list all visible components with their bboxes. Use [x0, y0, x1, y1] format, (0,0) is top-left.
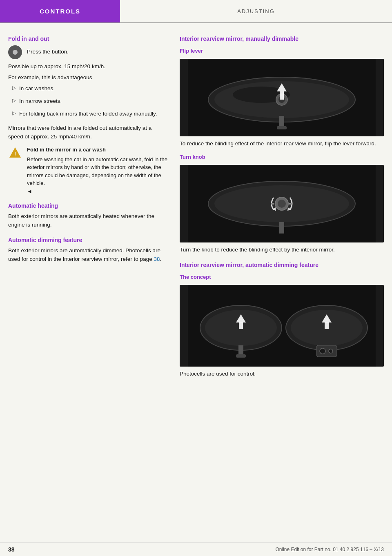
- fold-button-text: Press the button.: [27, 45, 69, 56]
- page-header: CONTROLS ADJUSTING: [0, 0, 392, 23]
- list-arrow-1: ▷: [12, 85, 16, 91]
- concept-image: [180, 285, 384, 367]
- page-footer: 38 Online Edition for Part no. 01 40 2 9…: [0, 543, 392, 556]
- list-text-1: In car washes.: [19, 85, 55, 93]
- flip-lever-title: Flip lever: [180, 48, 384, 54]
- list-text-2: In narrow streets.: [19, 97, 62, 106]
- fold-p3: Mirrors that were folded in are folded o…: [8, 124, 167, 141]
- controls-label: CONTROLS: [40, 8, 80, 15]
- flip-lever-image: [180, 59, 384, 136]
- flip-lever-text: To reduce the blinding effect of the int…: [180, 140, 384, 148]
- fold-p1: Possible up to approx. 15 mph/20 km/h.: [8, 62, 167, 71]
- page-number: 38: [8, 546, 15, 553]
- concept-text: Photocells are used for control:: [180, 370, 384, 378]
- auto-heat-title: Automatic heating: [8, 202, 167, 209]
- fold-title: Fold in and out: [8, 36, 167, 42]
- svg-point-16: [278, 200, 286, 208]
- svg-rect-20: [271, 203, 274, 205]
- svg-rect-9: [280, 91, 284, 100]
- fold-p2: For example, this is advantageous: [8, 73, 167, 82]
- svg-point-32: [320, 348, 325, 354]
- adjusting-label: ADJUSTING: [120, 0, 392, 22]
- turn-knob-text: Turn the knob to reduce the blinding eff…: [180, 246, 384, 254]
- svg-rect-19: [279, 222, 284, 234]
- main-content: Fold in and out Press the button. Possib…: [0, 23, 392, 389]
- warning-text: Before washing the car in an automatic c…: [27, 156, 167, 187]
- list-item: ▷ In car washes.: [8, 85, 167, 96]
- turn-knob-title: Turn knob: [180, 154, 384, 160]
- warning-title: Fold in the mirror in a car wash: [27, 146, 167, 154]
- list-item: ▷ In narrow streets.: [8, 97, 167, 108]
- fold-button-icon[interactable]: [8, 45, 22, 59]
- warning-box: ! Fold in the mirror in a car wash Befor…: [8, 146, 167, 195]
- auto-dim-text: Both exterior mirrors are automatically …: [8, 247, 167, 264]
- svg-rect-35: [325, 322, 329, 329]
- svg-point-33: [329, 349, 333, 353]
- footer-text: Online Edition for Part no. 01 40 2 925 …: [275, 547, 384, 552]
- svg-rect-11: [277, 126, 287, 129]
- svg-text:!: !: [14, 151, 16, 158]
- auto-dim-title: Automatic dimming feature: [8, 237, 167, 243]
- warning-icon: !: [8, 146, 22, 160]
- list-text-3: For folding back mirrors that were folde…: [19, 110, 157, 118]
- fold-button-inner: [13, 50, 18, 55]
- list-item: ▷ For folding back mirrors that were fol…: [8, 110, 167, 121]
- turn-knob-image: [180, 165, 384, 242]
- svg-rect-21: [289, 203, 292, 205]
- list-arrow-3: ▷: [12, 110, 16, 116]
- auto-heat-text: Both exterior mirrors are automatically …: [8, 212, 167, 229]
- svg-rect-28: [239, 322, 243, 329]
- interior-manual-title: Interior rearview mirror, manually dimma…: [180, 36, 384, 42]
- controls-tab: CONTROLS: [0, 0, 120, 22]
- right-column: Interior rearview mirror, manually dimma…: [180, 36, 384, 381]
- fold-button-row: Press the button.: [8, 45, 167, 59]
- page-link[interactable]: 38: [154, 256, 160, 262]
- list-arrow-2: ▷: [12, 98, 16, 103]
- concept-title: The concept: [180, 274, 384, 280]
- left-column: Fold in and out Press the button. Possib…: [8, 36, 167, 381]
- interior-auto-title: Interior rearview mirror, automatic dimm…: [180, 262, 384, 268]
- svg-rect-26: [236, 354, 246, 358]
- warning-end: ◄: [27, 188, 32, 194]
- warning-content: Fold in the mirror in a car wash Before …: [27, 146, 167, 195]
